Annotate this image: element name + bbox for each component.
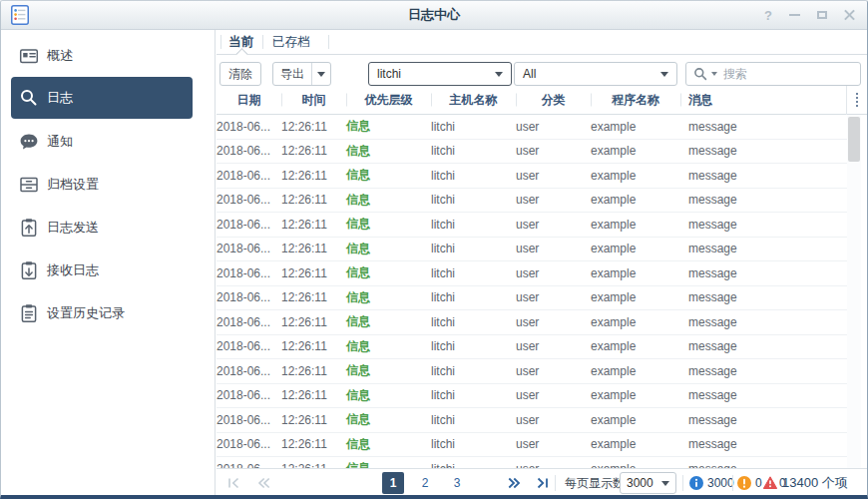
sidebar-item-logs[interactable]: 日志	[11, 77, 193, 119]
cell-date: 2018-06...	[217, 413, 281, 427]
previous-page-button[interactable]	[256, 476, 272, 490]
cell-level: 信息	[346, 362, 431, 379]
page-button-1[interactable]: 1	[382, 472, 404, 494]
table-row[interactable]: 2018-06...12:26:11信息litchiuserexamplemes…	[217, 335, 847, 360]
column-menu-icon[interactable]	[846, 86, 867, 115]
table-row[interactable]: 2018-06...12:26:11信息litchiuserexamplemes…	[217, 189, 847, 214]
column-header-time[interactable]: 时间	[281, 92, 346, 109]
cell-program: example	[591, 437, 680, 451]
archive-drawer-icon	[19, 175, 39, 195]
search-icon	[693, 67, 707, 81]
cell-category: user	[516, 339, 591, 353]
column-header-message[interactable]: 消息	[680, 92, 846, 109]
tab-separator	[220, 35, 221, 49]
cell-category: user	[516, 290, 591, 304]
column-header-category[interactable]: 分类	[516, 92, 591, 109]
history-clipboard-icon	[19, 303, 39, 323]
sidebar-item-archive-settings[interactable]: 归档设置	[1, 163, 215, 206]
next-page-button[interactable]	[507, 476, 523, 490]
cell-level: 信息	[346, 289, 431, 306]
last-page-button[interactable]	[535, 476, 551, 490]
table-row[interactable]: 2018-06...12:26:11信息litchiuserexamplemes…	[217, 408, 847, 433]
table-row[interactable]: 2018-06...12:26:11信息litchiuserexamplemes…	[217, 213, 847, 238]
export-button[interactable]: 导出	[272, 62, 331, 86]
table-row[interactable]: 2018-06...12:26:11信息litchiuserexamplemes…	[217, 140, 847, 165]
cell-host: litchi	[431, 413, 516, 427]
search-box[interactable]	[685, 62, 861, 86]
table-row[interactable]: 2018-06...12:26:11信息litchiuserexamplemes…	[217, 359, 847, 384]
cell-time: 12:26:11	[281, 290, 346, 304]
column-header-host[interactable]: 主机名称	[431, 92, 516, 109]
cell-category: user	[516, 193, 591, 207]
search-input[interactable]	[721, 66, 853, 82]
log-center-window: 日志中心 ? 概述 日志 通	[0, 0, 868, 499]
table-row[interactable]: 2018-06...12:26:11信息litchiuserexamplemes…	[217, 164, 847, 189]
cell-category: user	[516, 120, 591, 134]
cell-message: message	[680, 218, 847, 232]
cell-time: 12:26:11	[281, 364, 346, 378]
page-button-3[interactable]: 3	[446, 472, 468, 494]
sidebar-item-notifications[interactable]: 通知	[1, 120, 215, 163]
cell-date: 2018-06...	[217, 120, 281, 134]
minimize-icon[interactable]	[789, 14, 800, 16]
pager-divider	[555, 475, 556, 491]
per-page-select[interactable]: 3000	[620, 472, 676, 494]
sidebar-item-receive-logs[interactable]: 接收日志	[1, 249, 215, 291]
scrollbar-thumb[interactable]	[848, 117, 860, 162]
sidebar-item-settings-history[interactable]: 设置历史记录	[1, 291, 215, 334]
help-icon[interactable]: ?	[764, 8, 772, 23]
cell-program: example	[591, 218, 680, 232]
cell-host: litchi	[431, 290, 516, 304]
host-filter-select[interactable]: litchi	[368, 62, 512, 86]
cell-host: litchi	[431, 388, 516, 402]
cell-level: 信息	[346, 313, 431, 330]
error-icon	[763, 476, 777, 490]
clear-button-label: 清除	[228, 66, 252, 83]
table-row[interactable]: 2018-06...12:26:11信息litchiuserexamplemes…	[217, 457, 847, 468]
tab-strip: 当前 已存档	[217, 30, 867, 55]
table-row[interactable]: 2018-06...12:26:11信息litchiuserexamplemes…	[217, 286, 847, 311]
chevron-down-icon	[660, 72, 668, 77]
table-row[interactable]: 2018-06...12:26:11信息litchiuserexamplemes…	[217, 238, 847, 262]
sidebar-item-label: 设置历史记录	[47, 304, 125, 322]
cell-time: 12:26:11	[281, 266, 346, 280]
export-dropdown-button[interactable]	[312, 72, 330, 77]
search-options-chevron-icon[interactable]	[711, 72, 717, 76]
column-header-program[interactable]: 程序名称	[591, 92, 680, 109]
clear-button[interactable]: 清除	[219, 62, 261, 86]
cell-program: example	[591, 144, 680, 158]
close-icon[interactable]	[844, 10, 855, 21]
cell-message: message	[680, 315, 847, 329]
table-row[interactable]: 2018-06...12:26:11信息litchiuserexamplemes…	[217, 310, 847, 335]
sidebar-item-overview[interactable]: 概述	[1, 34, 215, 77]
vertical-scrollbar[interactable]	[847, 115, 861, 468]
cell-time: 12:26:11	[281, 144, 346, 158]
sidebar-item-log-sending[interactable]: 日志发送	[1, 206, 215, 249]
cell-time: 12:26:11	[281, 218, 346, 232]
table-row[interactable]: 2018-06...12:26:11信息litchiuserexamplemes…	[217, 433, 847, 458]
first-page-button[interactable]	[226, 476, 242, 490]
sidebar: 概述 日志 通知 归档设置	[1, 30, 216, 495]
table-body: 2018-06...12:26:11信息litchiuserexamplemes…	[217, 115, 847, 468]
cell-date: 2018-06...	[217, 364, 281, 378]
column-header-date[interactable]: 日期	[217, 92, 281, 109]
cell-program: example	[591, 388, 680, 402]
maximize-icon[interactable]	[817, 11, 827, 19]
table-row[interactable]: 2018-06...12:26:11信息litchiuserexamplemes…	[217, 384, 847, 409]
column-header-priority[interactable]: 优先层级	[346, 92, 431, 109]
table-header: 日期 时间 优先层级 主机名称 分类 程序名称 消息	[217, 86, 867, 115]
tab-archived[interactable]: 已存档	[272, 30, 310, 54]
cell-date: 2018-06...	[217, 193, 281, 207]
table-row[interactable]: 2018-06...12:26:11信息litchiuserexamplemes…	[217, 115, 847, 140]
cell-host: litchi	[431, 218, 516, 232]
cell-level: 信息	[346, 387, 431, 404]
table-row[interactable]: 2018-06...12:26:11信息litchiuserexamplemes…	[217, 261, 847, 286]
cell-host: litchi	[431, 437, 516, 451]
cell-category: user	[516, 364, 591, 378]
category-filter-value: All	[523, 67, 536, 81]
page-button-2[interactable]: 2	[414, 472, 436, 494]
export-button-label: 导出	[273, 66, 311, 83]
cell-date: 2018-06...	[217, 315, 281, 329]
category-filter-select[interactable]: All	[514, 62, 677, 86]
cell-message: message	[680, 364, 847, 378]
